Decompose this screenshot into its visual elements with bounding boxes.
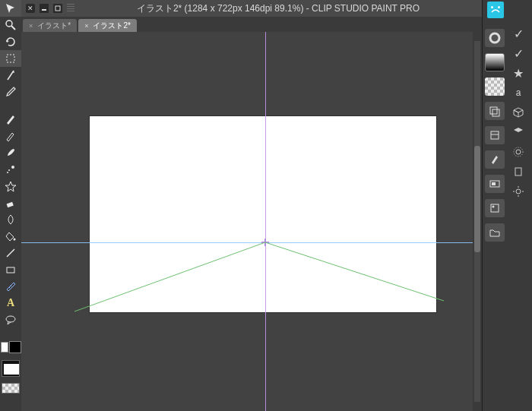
brush-tool-icon[interactable] — [0, 144, 21, 161]
balloon-tool-icon[interactable] — [0, 311, 21, 328]
rotate-view-icon[interactable] — [0, 33, 21, 50]
window-title: イラスト2* (1284 x 722px 146dpi 89.1%) - CLI… — [74, 2, 482, 15]
airbrush-tool-icon[interactable] — [0, 161, 21, 178]
document-tab-active[interactable]: × イラスト2* — [78, 19, 137, 32]
canvas-document[interactable] — [90, 116, 436, 312]
svg-point-27 — [514, 147, 523, 156]
svg-line-3 — [11, 26, 15, 30]
layer-panel-icon[interactable] — [485, 102, 505, 120]
sun-icon[interactable] — [511, 185, 525, 198]
line-tool-icon[interactable] — [0, 245, 21, 261]
svg-rect-18 — [490, 107, 497, 114]
svg-rect-23 — [492, 182, 496, 185]
marquee-tool-icon[interactable] — [0, 50, 21, 67]
tab-close-icon[interactable]: × — [84, 22, 88, 30]
svg-point-9 — [14, 239, 16, 241]
svg-rect-4 — [7, 55, 14, 62]
pen-tool-icon[interactable] — [0, 111, 21, 128]
vanishing-point-handle[interactable] — [261, 239, 269, 246]
pattern-panel-icon[interactable] — [485, 77, 505, 96]
svg-line-13 — [11, 286, 11, 286]
star-icon[interactable]: ★ — [511, 67, 525, 79]
color-swatches[interactable] — [0, 339, 21, 356]
zoom-tool-icon[interactable] — [0, 17, 21, 33]
horizontal-guide[interactable] — [21, 242, 473, 243]
tab-label: イラスト2* — [93, 21, 130, 31]
svg-point-5 — [11, 166, 14, 169]
svg-rect-19 — [492, 109, 499, 116]
fill-tool-icon[interactable] — [0, 228, 21, 245]
svg-point-14 — [6, 316, 15, 322]
text-tool-icon[interactable]: A — [0, 295, 21, 311]
cube-icon[interactable] — [511, 106, 525, 119]
canvas-viewport[interactable] — [21, 32, 473, 411]
svg-rect-11 — [7, 267, 14, 273]
palette-dock: ✓ ✓ ★ a — [482, 0, 532, 411]
svg-rect-1 — [55, 6, 60, 11]
svg-rect-20 — [491, 131, 499, 139]
tab-label: イラスト* — [37, 21, 71, 31]
svg-rect-8 — [7, 202, 14, 207]
transparency-indicator-icon — [2, 383, 20, 394]
move-tool-icon[interactable] — [0, 0, 21, 17]
title-bar: ✕ イラスト2* (1284 x 722px 146dpi 89.1%) - C… — [21, 0, 482, 17]
window-maximize-button[interactable] — [53, 4, 62, 13]
svg-point-7 — [7, 172, 8, 173]
svg-rect-24 — [491, 204, 499, 212]
vertical-guide[interactable] — [265, 32, 266, 411]
brush-panel-icon[interactable] — [485, 150, 505, 169]
folder-panel-icon[interactable] — [485, 223, 505, 242]
svg-point-6 — [8, 169, 10, 171]
svg-point-25 — [492, 206, 495, 208]
titlebar-grip-icon — [67, 4, 74, 13]
svg-point-29 — [516, 189, 521, 194]
check-icon[interactable]: ✓ — [511, 27, 525, 40]
shape-tool-icon[interactable] — [0, 261, 21, 278]
navigator-thumbnail[interactable] — [2, 360, 20, 377]
pencil-tool-icon[interactable] — [0, 128, 21, 144]
cube-icon[interactable] — [511, 126, 525, 138]
tab-close-icon[interactable]: × — [29, 22, 33, 30]
settings-icon[interactable] — [511, 146, 525, 158]
document-tab-bar: × イラスト* × イラスト2* — [21, 17, 482, 32]
decoration-tool-icon[interactable] — [0, 178, 21, 194]
svg-point-26 — [516, 150, 521, 154]
svg-rect-0 — [42, 9, 46, 11]
svg-point-17 — [490, 33, 499, 43]
svg-line-10 — [7, 249, 14, 257]
material-panel-icon[interactable] — [485, 199, 505, 217]
svg-line-12 — [9, 287, 10, 288]
window-close-button[interactable]: ✕ — [26, 4, 35, 13]
check-icon[interactable]: ✓ — [511, 47, 525, 59]
navigator-panel-icon[interactable] — [485, 175, 505, 193]
page-icon[interactable] — [511, 166, 525, 178]
color-wheel-icon[interactable] — [485, 29, 505, 47]
wand-tool-icon[interactable] — [0, 67, 21, 84]
gradient-panel-icon[interactable] — [485, 53, 505, 71]
vertical-scrollbar[interactable] — [473, 32, 482, 411]
text-chip-icon[interactable]: a — [511, 87, 525, 99]
tool-palette: A — [0, 0, 21, 411]
history-panel-icon[interactable] — [485, 126, 505, 144]
svg-rect-28 — [515, 168, 521, 175]
ruler-tool-icon[interactable] — [0, 278, 21, 295]
document-tab[interactable]: × イラスト* — [23, 19, 77, 32]
window-minimize-button[interactable] — [40, 4, 49, 13]
eyedropper-icon[interactable] — [0, 84, 21, 100]
blend-tool-icon[interactable] — [0, 211, 21, 228]
svg-point-2 — [6, 21, 12, 27]
eraser-tool-icon[interactable] — [0, 194, 21, 211]
